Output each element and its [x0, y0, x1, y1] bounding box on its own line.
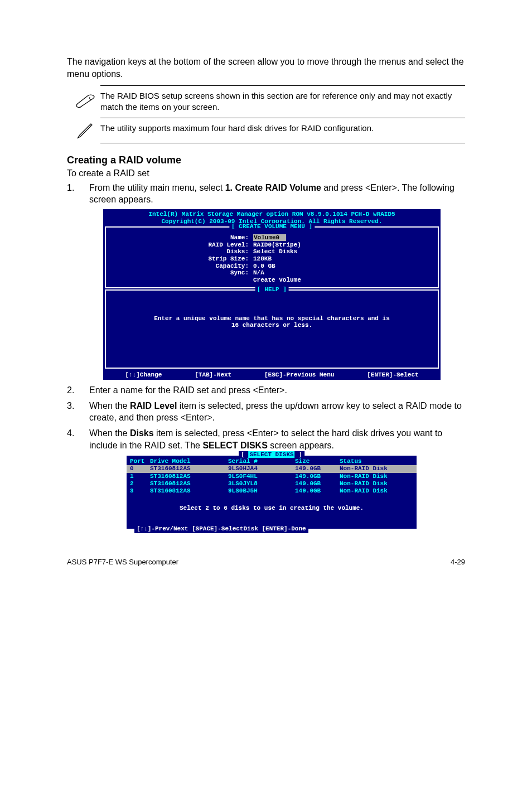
step1-pre: From the utility main menu, select — [89, 183, 225, 192]
subtext: To create a RAID set — [67, 168, 465, 178]
help-line1: Enter a unique volume name that has no s… — [109, 315, 434, 322]
step3-pre: When the — [89, 401, 130, 410]
sync-label: Sync: — [109, 269, 249, 277]
step4-bold: Disks — [130, 428, 154, 438]
col-status: Status — [340, 458, 362, 465]
capacity-value[interactable]: 0.0 GB — [249, 263, 275, 270]
disk-row[interactable]: 3ST3160812AS9LS0BJ5H149.0GBNon-RAID Disk — [127, 487, 417, 495]
strip-size-value[interactable]: 128KB — [249, 255, 272, 263]
create-volume-menu-box: [ CREATE VOLUME MENU ] Name:Volume0 RAID… — [105, 226, 439, 288]
box-title: [ CREATE VOLUME MENU ] — [229, 223, 315, 230]
key-enter: [ENTER]-Select — [367, 371, 418, 379]
col-size: Size — [295, 458, 340, 465]
help-box: [ HELP ] Enter a unique volume name that… — [105, 289, 439, 369]
disks-label: Disks: — [109, 248, 249, 255]
note-box-1: The RAID BIOS setup screens shown in thi… — [100, 85, 465, 118]
step-4-num: 4. — [67, 427, 89, 451]
note-box-2: The utility supports maximum four hard d… — [100, 118, 465, 143]
step-3-num: 3. — [67, 400, 89, 424]
key-change: [↑↓]Change — [125, 371, 162, 379]
sync-value: N/A — [249, 269, 264, 277]
disk-instr: Select 2 to 6 disks to use in creating t… — [127, 505, 417, 512]
disk-table-header: PortDrive ModelSerial #SizeStatus — [127, 458, 417, 465]
disk-footer-keys: [↑↓]-Prev/Next [SPACE]-SelectDisk [ENTER… — [134, 525, 308, 533]
step4-post2: screen appears. — [268, 441, 334, 450]
intro-paragraph: The navigation keys at the bottom of the… — [67, 56, 465, 80]
raid-level-value[interactable]: RAID0(Stripe) — [249, 241, 301, 249]
name-label: Name: — [109, 234, 249, 241]
col-serial: Serial # — [228, 458, 295, 465]
bios-create-volume-screen: Intel(R) Matrix Storage Manager option R… — [103, 209, 441, 380]
disk-rows-container: 0ST3160812AS9LS0HJA4149.0GBNon-RAID Disk… — [127, 465, 417, 495]
step4-bold2: SELECT DISKS — [202, 441, 267, 450]
disk-row[interactable]: 2ST3160812AS3LS0JYL8149.0GBNon-RAID Disk — [127, 480, 417, 487]
raid-level-label: RAID Level: — [109, 241, 249, 249]
disk-row[interactable]: 1ST3160812AS9LS0F4HL149.0GBNon-RAID Disk — [127, 473, 417, 480]
step-2-content: Enter a name for the RAID set and press … — [89, 384, 465, 397]
note-1-text: The RAID BIOS setup screens shown in thi… — [100, 89, 465, 114]
capacity-label: Capacity: — [109, 263, 249, 270]
pen-icon — [70, 122, 100, 139]
name-value-input[interactable]: Volume0 — [253, 234, 286, 241]
step-4: 4. When the Disks item is selected, pres… — [67, 427, 465, 451]
help-line2: 16 characters or less. — [109, 322, 434, 329]
footer-right: 4-29 — [451, 558, 465, 566]
step-2-num: 2. — [67, 384, 89, 397]
bios-select-disks-screen: [ SELECT DISKS ] PortDrive ModelSerial #… — [125, 455, 418, 529]
note-2-text: The utility supports maximum four hard d… — [100, 122, 374, 139]
step-3: 3. When the RAID Level item is selected,… — [67, 400, 465, 424]
key-esc: [ESC]-Previous Menu — [264, 371, 334, 379]
page-footer: ASUS P7F7-E WS Supercomputer 4-29 — [67, 558, 465, 566]
step-1: 1. From the utility main menu, select 1.… — [67, 182, 465, 206]
note-icon — [70, 89, 100, 114]
bios-header-line1: Intel(R) Matrix Storage Manager option R… — [103, 211, 441, 218]
step3-bold: RAID Level — [130, 401, 177, 410]
select-disks-title-bracket: [ SELECT DISKS ] — [239, 451, 304, 458]
step-2: 2. Enter a name for the RAID set and pre… — [67, 384, 465, 397]
disks-value[interactable]: Select Disks — [249, 248, 297, 255]
disk-row[interactable]: 0ST3160812AS9LS0HJA4149.0GBNon-RAID Disk — [127, 465, 417, 472]
strip-size-label: Strip Size: — [109, 255, 249, 263]
step-3-content: When the RAID Level item is selected, pr… — [89, 400, 465, 424]
col-port: Port — [130, 458, 150, 465]
svg-line-0 — [90, 125, 91, 126]
key-tab: [TAB]-Next — [195, 371, 231, 379]
bios-footer-keys: [↑↓]Change [TAB]-Next [ESC]-Previous Men… — [103, 370, 441, 380]
select-disks-title: SELECT DISKS — [248, 451, 294, 458]
step-1-content: From the utility main menu, select 1. Cr… — [89, 182, 465, 206]
step-1-num: 1. — [67, 182, 89, 206]
heading-creating-raid-volume: Creating a RAID volume — [67, 154, 465, 166]
help-title: [ HELP ] — [255, 286, 289, 293]
footer-left: ASUS P7F7-E WS Supercomputer — [67, 558, 178, 566]
step4-pre: When the — [89, 428, 130, 438]
create-volume-action[interactable]: Create Volume — [249, 277, 301, 284]
step-4-content: When the Disks item is selected, press <… — [89, 427, 465, 451]
col-model: Drive Model — [150, 458, 228, 465]
step1-bold: 1. Create RAID Volume — [225, 183, 321, 192]
